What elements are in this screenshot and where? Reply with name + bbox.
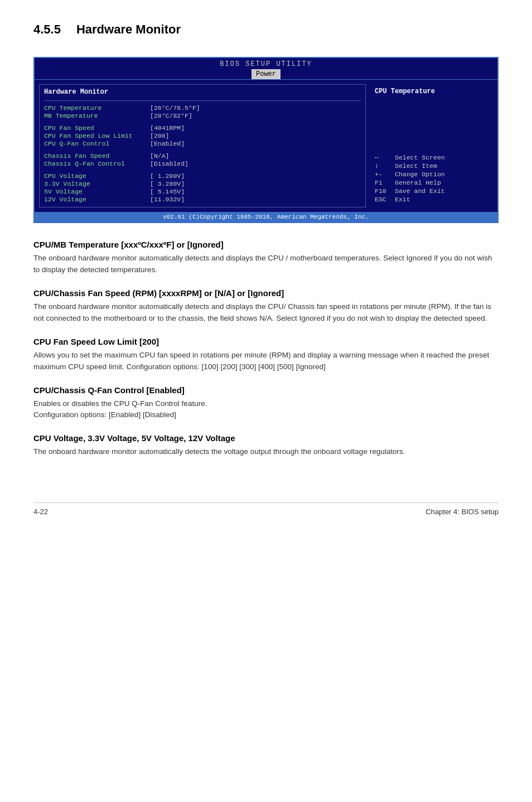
bios-key-f10: F10 [375,187,395,195]
bios-help-row-screen: ↔ Select Screen [375,154,489,161]
heading-fan-low-limit: CPU Fan Speed Low Limit [200] [33,337,499,346]
bios-label-cpu-qfan: CPU Q-Fan Control [44,140,150,147]
bios-divider [44,100,361,101]
bios-value-chassis-fan: [N/A] [150,152,170,160]
bios-desc-change-option: Change Option [395,171,445,178]
bios-row-33v-volt: 3.3V Voltage [ 3.280V] [44,180,361,187]
bios-row-chassis-fan: Chassis Fan Speed [N/A] [44,152,361,160]
bios-right-title: CPU Temperature [375,88,489,95]
bios-label-chassis-qfan: Chassis Q-Fan Control [44,160,150,167]
bios-help-row-esc: ESC Exit [375,196,489,203]
bios-help-row-change: +- Change Option [375,171,489,178]
bios-row-cpu-temp: CPU Temperature [26°C/78.5°F] [44,104,361,112]
bios-desc-select-screen: Select Screen [395,154,445,161]
bios-header: BIOS SETUP UTILITY Power [35,58,497,80]
bios-value-chassis-qfan: [Disabled] [150,160,188,167]
bios-key-arrows-ud: ↕ [375,162,395,170]
bios-box: BIOS SETUP UTILITY Power Hardware Monito… [33,57,499,223]
bios-value-cpu-volt: [ 1.200V] [150,172,185,180]
para-fan-speed: The onboard hardware monitor automatical… [33,301,499,325]
bios-key-arrows-lr: ↔ [375,154,395,161]
para-fan-low-limit: Allows you to set the maximum CPU fan sp… [33,350,499,373]
page-footer: 4-22 Chapter 4: BIOS setup [33,503,499,516]
bios-desc-general-help: General Help [395,179,441,186]
section-voltages: CPU Voltage, 3.3V Voltage, 5V Voltage, 1… [33,433,499,458]
bios-label-12v-volt: 12V Voltage [44,196,150,203]
bios-row-12v-volt: 12V Voltage [11.932V] [44,196,361,203]
bios-label-5v-volt: 5V Voltage [44,188,150,195]
bios-value-12v-volt: [11.932V] [150,196,185,203]
heading-qfan-control: CPU/Chassis Q-Fan Control [Enabled] [33,385,499,395]
bios-row-cpu-fan: CPU Fan Speed [4041RPM] [44,124,361,132]
bios-row-chassis-qfan: Chassis Q-Fan Control [Disabled] [44,160,361,167]
bios-label-cpu-volt: CPU Voltage [44,172,150,180]
bios-key-esc: ESC [375,196,395,203]
bios-key-f1: F1 [375,179,395,186]
bios-value-cpu-qfan: [Enabled] [150,140,185,147]
bios-label-chassis-fan: Chassis Fan Speed [44,152,150,160]
para-cpu-mb-temp: The onboard hardware monitor automatical… [33,253,499,276]
heading-voltages: CPU Voltage, 3.3V Voltage, 5V Voltage, 1… [33,433,499,443]
bios-value-cpu-temp: [26°C/78.5°F] [150,104,200,112]
bios-row-mb-temp: MB Temperature [28°C/82°F] [44,112,361,119]
bios-row-5v-volt: 5V Voltage [ 5.145V] [44,188,361,195]
bios-desc-save-exit: Save and Exit [395,187,445,195]
bios-label-33v-volt: 3.3V Voltage [44,180,150,187]
bios-value-33v-volt: [ 3.280V] [150,180,185,187]
bios-tabs: Power [35,69,497,79]
bios-label-cpu-temp: CPU Temperature [44,104,150,112]
bios-help-row-item: ↕ Select Item [375,162,489,170]
section-title: Hardware Monitor [76,22,181,37]
bios-label-cpu-fan-low: CPU Fan Speed Low Limit [44,132,150,139]
bios-key-plusminus: +- [375,171,395,178]
para-qfan-control: Enables or disables the CPU Q-Fan Contro… [33,398,499,422]
bios-value-cpu-fan-low: [200] [150,132,170,139]
footer-page-number: 4-22 [33,508,48,516]
bios-utility-title: BIOS SETUP UTILITY [35,60,497,68]
section-qfan-control: CPU/Chassis Q-Fan Control [Enabled] Enab… [33,385,499,422]
bios-right-panel: CPU Temperature ↔ Select Screen ↕ Select… [370,84,493,207]
section-cpu-mb-temp: CPU/MB Temperature [xxxºC/xxxºF] or [Ign… [33,240,499,276]
bios-value-cpu-fan: [4041RPM] [150,124,185,132]
footer-chapter: Chapter 4: BIOS setup [425,508,499,516]
bios-help-section: ↔ Select Screen ↕ Select Item +- Change … [375,148,489,204]
section-number: 4.5.5 [33,22,61,37]
bios-body: Hardware Monitor CPU Temperature [26°C/7… [35,80,497,212]
bios-desc-exit: Exit [395,196,410,203]
section-fan-speed: CPU/Chassis Fan Speed (RPM) [xxxxRPM] or… [33,288,499,325]
bios-value-5v-volt: [ 5.145V] [150,188,185,195]
bios-help-row-f10: F10 Save and Exit [375,187,489,195]
bios-label-mb-temp: MB Temperature [44,112,150,119]
bios-left-title: Hardware Monitor [44,88,361,96]
bios-row-cpu-fan-low: CPU Fan Speed Low Limit [200] [44,132,361,139]
bios-row-cpu-qfan: CPU Q-Fan Control [Enabled] [44,140,361,147]
bios-label-cpu-fan: CPU Fan Speed [44,124,150,132]
bios-help-row-f1: F1 General Help [375,179,489,186]
bios-row-cpu-volt: CPU Voltage [ 1.200V] [44,172,361,180]
heading-fan-speed: CPU/Chassis Fan Speed (RPM) [xxxxRPM] or… [33,288,499,298]
para-voltages: The onboard hardware monitor automatical… [33,446,499,458]
bios-left-panel: Hardware Monitor CPU Temperature [26°C/7… [39,84,366,207]
bios-footer: v02.61 (C)Copyright 1985-2010, American … [35,212,497,222]
bios-tab-power[interactable]: Power [252,69,280,79]
bios-value-mb-temp: [28°C/82°F] [150,112,192,119]
bios-desc-select-item: Select Item [395,162,437,170]
heading-cpu-mb-temp: CPU/MB Temperature [xxxºC/xxxºF] or [Ign… [33,240,499,249]
section-fan-low-limit: CPU Fan Speed Low Limit [200] Allows you… [33,337,499,373]
